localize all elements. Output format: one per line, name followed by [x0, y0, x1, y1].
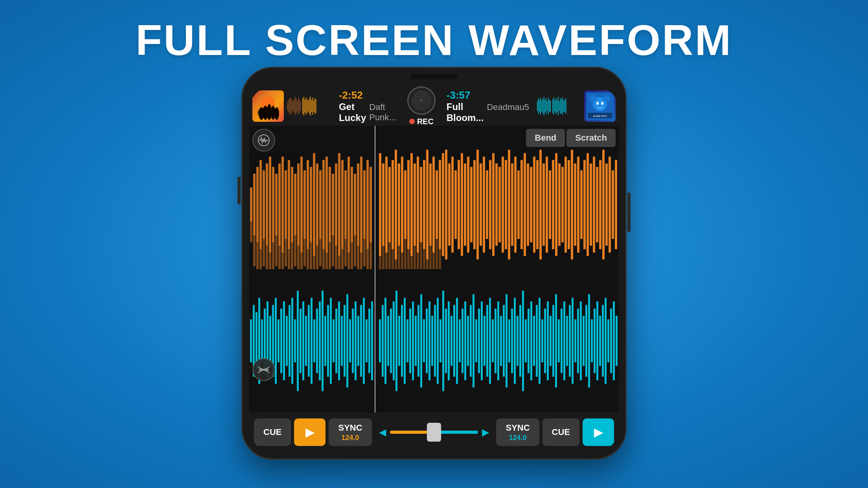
bend-button[interactable]: Bend	[526, 129, 565, 147]
svg-rect-125	[281, 253, 284, 270]
svg-rect-115	[250, 222, 252, 242]
svg-rect-8	[288, 100, 289, 112]
svg-rect-381	[610, 308, 612, 373]
svg-rect-136	[316, 246, 318, 270]
svg-rect-378	[602, 305, 604, 377]
svg-rect-60	[560, 98, 561, 114]
svg-rect-162	[404, 170, 406, 239]
svg-rect-348	[519, 305, 521, 377]
svg-rect-180	[461, 153, 463, 256]
svg-rect-375	[594, 308, 596, 373]
svg-rect-252	[250, 319, 252, 363]
svg-rect-13	[294, 100, 294, 112]
svg-rect-112	[363, 170, 366, 239]
svg-point-5	[271, 106, 275, 120]
svg-rect-64	[565, 100, 565, 112]
crossfader[interactable]: ◀ ▶	[375, 427, 493, 438]
svg-rect-191	[495, 163, 498, 246]
svg-rect-120	[266, 246, 268, 270]
svg-rect-289	[352, 308, 354, 373]
cf-thumb[interactable]	[427, 423, 441, 442]
svg-point-70	[596, 102, 599, 105]
left-track-art	[252, 90, 284, 122]
svg-rect-267	[291, 298, 293, 384]
cue-left-button[interactable]: CUE	[254, 418, 291, 446]
svg-rect-310	[415, 316, 417, 366]
svg-rect-153	[370, 242, 372, 270]
svg-rect-284	[338, 301, 340, 380]
sync-right-button[interactable]: SYNC 124.0	[496, 418, 539, 446]
svg-rect-187	[483, 157, 485, 253]
svg-rect-207	[546, 157, 548, 253]
svg-rect-363	[561, 308, 563, 373]
svg-rect-377	[599, 316, 601, 366]
svg-rect-185	[476, 150, 479, 259]
svg-rect-10	[290, 97, 291, 115]
getlucky-album-art	[252, 90, 284, 122]
svg-rect-354	[536, 305, 538, 377]
svg-rect-108	[351, 167, 353, 242]
play-right-button[interactable]: ▶	[583, 418, 614, 446]
svg-rect-104	[338, 153, 340, 256]
svg-rect-156	[385, 157, 388, 253]
svg-rect-130	[297, 246, 300, 270]
waveform-view-toggle[interactable]	[252, 129, 275, 152]
play-left-button[interactable]: ▶	[294, 418, 326, 446]
svg-rect-352	[530, 301, 532, 380]
svg-rect-374	[591, 319, 593, 363]
svg-rect-239	[407, 249, 410, 270]
scratch-button[interactable]: Scratch	[566, 129, 616, 147]
svg-rect-14	[295, 97, 296, 116]
svg-rect-154	[379, 153, 381, 256]
sync-left-button[interactable]: SYNC 124.0	[329, 418, 371, 446]
svg-rect-93	[303, 170, 306, 239]
svg-rect-63	[563, 101, 564, 112]
svg-rect-127	[288, 249, 290, 270]
svg-rect-241	[414, 246, 416, 270]
right-track-name: Full Bloom...	[447, 101, 484, 123]
svg-rect-157	[388, 167, 391, 242]
svg-rect-172	[436, 170, 438, 239]
svg-rect-227	[609, 157, 611, 253]
svg-rect-105	[341, 160, 344, 249]
svg-rect-357	[544, 308, 546, 373]
svg-rect-365	[566, 316, 568, 366]
svg-rect-297	[379, 319, 381, 363]
svg-rect-199	[520, 160, 523, 249]
svg-rect-44	[541, 101, 542, 112]
svg-rect-41	[538, 98, 539, 114]
phone-screen: -2:52 Get Lucky Daft Punk...	[249, 86, 619, 452]
svg-rect-339	[495, 308, 497, 373]
svg-rect-312	[420, 294, 422, 387]
svg-rect-90	[294, 174, 296, 235]
svg-rect-195	[508, 150, 510, 259]
svg-rect-208	[549, 170, 551, 239]
rec-button[interactable]: REC	[409, 117, 434, 126]
svg-rect-88	[288, 160, 290, 249]
svg-rect-362	[558, 319, 560, 363]
crossfader-button[interactable]	[252, 358, 275, 381]
svg-rect-301	[390, 308, 392, 373]
svg-rect-216	[574, 163, 576, 246]
svg-rect-242	[417, 253, 419, 270]
svg-rect-167	[420, 167, 422, 242]
waveform-mode-controls: Bend Scratch	[526, 129, 616, 147]
svg-rect-121	[269, 253, 271, 270]
svg-rect-265	[286, 316, 288, 366]
crossfader-icon[interactable]	[252, 358, 275, 381]
deadmau5-album-art: at play vol.3	[584, 90, 616, 122]
waveform-icon-button[interactable]	[252, 129, 275, 152]
svg-rect-367	[572, 298, 574, 384]
cf-arrow-left: ◀	[379, 427, 386, 438]
svg-rect-240	[410, 256, 413, 270]
svg-rect-25	[308, 101, 309, 112]
waveform-area[interactable]: Bend Scratch	[249, 126, 619, 413]
vinyl-icon[interactable]	[407, 86, 436, 115]
svg-rect-302	[393, 301, 395, 380]
cue-right-button[interactable]: CUE	[542, 418, 579, 446]
svg-rect-61	[561, 99, 562, 113]
svg-rect-373	[588, 294, 590, 387]
svg-rect-158	[392, 160, 394, 249]
svg-point-2	[259, 107, 264, 120]
cyan-waveform	[249, 269, 619, 413]
